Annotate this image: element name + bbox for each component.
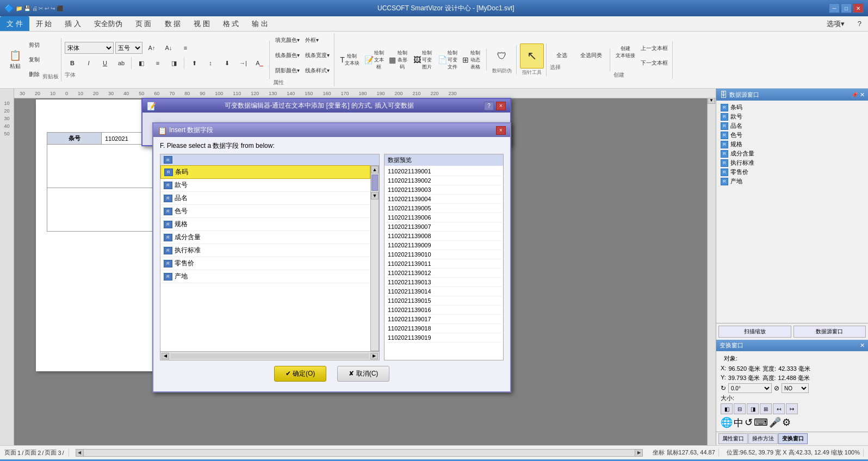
hscroll[interactable]: ◀ ▶ [76,449,643,457]
tree-item-color[interactable]: R 色号 [718,130,866,140]
tree-item-origin[interactable]: R 产地 [718,177,866,186]
pointer-button[interactable]: ↖ [520,43,544,68]
draw-image-button[interactable]: 🖼 绘制可变图片 [411,49,435,71]
fill-color-button[interactable]: 填充颜色▾ [273,33,302,47]
outer-dialog-close-button[interactable]: × [496,102,506,110]
draw-table-button[interactable]: ⊞ 绘制动态表格 [460,49,484,71]
menu-home[interactable]: 开 始 [29,16,59,31]
attribute-tab[interactable]: 属性窗口 [718,433,748,444]
close-button[interactable]: ✕ [853,3,864,13]
field-item-composition[interactable]: R 成分含量 [160,231,370,244]
field-scroll-up[interactable]: ▲ [371,166,379,173]
text-color-button[interactable]: A_ [252,56,267,70]
field-item-origin[interactable]: R 产地 [160,270,370,283]
tree-item-standard[interactable]: R 执行标准 [718,158,866,167]
field-scroll-down[interactable]: ▼ [371,192,379,200]
field-scroll-thumb[interactable] [371,175,378,191]
increase-font-button[interactable]: A↑ [144,41,159,55]
minimize-button[interactable]: ─ [829,3,840,13]
maximize-button[interactable]: □ [841,3,852,13]
decrease-font-button[interactable]: A↓ [161,41,176,55]
canvas-vscroll[interactable]: ▲ ▼ [707,89,716,445]
methods-tab[interactable]: 操作方法 [748,433,778,444]
menu-options[interactable]: 选项▾ [820,16,851,31]
security-button[interactable]: 🛡 [490,45,514,67]
datasource-button[interactable]: 数据源窗口 [793,326,866,338]
create-link-button[interactable]: 创建文本链接 [613,41,637,63]
transform-tab[interactable]: 变换窗口 [778,433,808,444]
size-btn-5[interactable]: ↤ [773,403,785,414]
menu-data[interactable]: 数 据 [158,16,188,31]
bold-button[interactable]: B [65,56,80,70]
tree-item-retail-price[interactable]: R 零售价 [718,167,866,177]
draw-textbox-button[interactable]: 📝 绘制文本框 [362,49,386,71]
field-item-price[interactable]: R 零售价 [160,257,370,270]
font-name-select[interactable]: 宋体 [65,42,114,54]
tree-item-item-no[interactable]: R 款号 [718,112,866,121]
field-list-hscroll[interactable]: ◀ ▶ [160,351,379,360]
line-width-button[interactable]: 线条宽度▾ [303,48,332,63]
outer-dialog-help-button[interactable]: ? [484,102,494,110]
align-left-button[interactable]: ◧ [134,56,149,70]
window-controls[interactable]: ─ □ ✕ [829,3,864,13]
size-btn-1[interactable]: ◧ [721,403,733,414]
align-center-button[interactable]: ≡ [150,56,165,70]
cancel-button[interactable]: ✘ 取消(C) [337,366,389,382]
select-same-button[interactable]: 全选同类 [575,48,607,63]
hscroll-right[interactable]: ▶ [370,353,378,359]
cut-button[interactable]: 剪切 [27,38,42,52]
select-all-button[interactable]: 全选 [550,48,574,63]
font-size-select[interactable]: 五号 [115,42,142,54]
rotate-select[interactable]: 0.0° [728,383,772,393]
size-btn-3[interactable]: ◨ [747,403,759,414]
tree-item-spec[interactable]: R 规格 [718,140,866,149]
china-icon[interactable]: 中 [734,416,743,429]
valign-bot-button[interactable]: ⬇ [219,56,234,70]
draw-barcode-button[interactable]: ▦ 绘制条形码 [387,49,411,71]
menu-insert[interactable]: 插 入 [58,16,88,31]
transform-close-button[interactable]: ✕ [860,342,865,349]
menu-security[interactable]: 安全防伪 [88,16,129,31]
field-item-itemno[interactable]: R 款号 [160,179,370,192]
draw-file-button[interactable]: 📄 绘制可变文件 [436,49,460,71]
globe-icon[interactable]: 🌐 [721,416,733,429]
border-button[interactable]: 外框▾ [303,33,321,47]
menu-page[interactable]: 页 面 [129,16,158,31]
align-right-button[interactable]: ◨ [166,56,182,70]
tree-item-product-name[interactable]: R 品名 [718,121,866,130]
copy-button[interactable]: 复制 [27,53,42,67]
valign-top-button[interactable]: ⬆ [187,56,202,70]
strikethrough-button[interactable]: ab [114,56,129,70]
menu-file[interactable]: 文 件 [0,16,29,31]
scan-zoom-button[interactable]: 扫描缩放 [718,326,791,338]
menu-help[interactable]: ? [851,16,868,31]
size-btn-6[interactable]: ↦ [786,403,798,414]
field-item-spec[interactable]: R 规格 [160,218,370,231]
menu-format[interactable]: 格 式 [216,16,246,31]
line-color-button[interactable]: 线条颜色▾ [273,48,302,63]
no-select[interactable]: NO [782,383,809,393]
hscroll-track[interactable] [170,353,369,359]
draw-text-button[interactable]: T 绘制 文本块 [338,49,362,71]
size-btn-4[interactable]: ⊞ [760,403,772,414]
line-style-button[interactable]: 线条样式▾ [303,64,332,78]
field-item-barcode[interactable]: R 条码 [160,165,370,179]
refresh-icon[interactable]: ↺ [745,416,753,429]
underline-button[interactable]: U [97,56,113,70]
field-item-color[interactable]: R 色号 [160,205,370,218]
prev-frame-button[interactable]: 上一文本框 [638,41,670,55]
next-frame-button[interactable]: 下一文本框 [638,56,670,70]
keyboard-icon[interactable]: ⌨ [754,416,768,429]
menu-output[interactable]: 输 出 [245,16,275,31]
paste-button[interactable]: 📋 粘贴 [4,47,26,72]
tree-item-barcode[interactable]: R 条码 [718,103,866,112]
field-item-standard[interactable]: R 执行标准 [160,244,370,257]
size-btn-2[interactable]: ⊟ [734,403,746,414]
mic-icon[interactable]: 🎤 [769,416,781,429]
italic-button[interactable]: I [81,56,96,70]
valign-mid-button[interactable]: ↕ [203,56,218,70]
hscroll-left[interactable]: ◀ [162,353,169,359]
indent-button[interactable]: →| [235,56,251,70]
delete-button[interactable]: 删除 [27,67,42,82]
panel-close-button[interactable]: ✕ [860,91,865,98]
